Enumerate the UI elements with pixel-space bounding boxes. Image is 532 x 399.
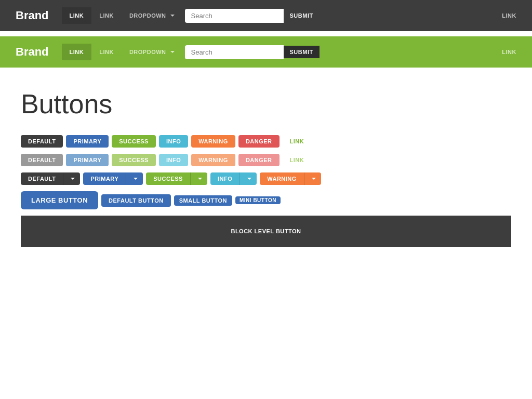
navbar-link-1-active[interactable]: LINK [62, 7, 92, 24]
navbar-search-form-2: SUBMIT [185, 45, 320, 59]
navbar-link-2-active[interactable]: LINK [62, 44, 92, 60]
btn-link-faded[interactable]: LINK [283, 154, 312, 166]
navbar-dark: Brand LINK LINK DROPDOWN SUBMIT LINK [0, 0, 532, 31]
search-input-2[interactable] [185, 45, 284, 59]
btn-group-warning: WARNING [260, 172, 321, 185]
navbar-brand-1[interactable]: Brand [8, 4, 57, 28]
btn-split-default[interactable]: DEFAULT [21, 172, 63, 185]
split-caret-icon-warning [312, 178, 316, 180]
btn-default-size[interactable]: DEFAULT BUTTON [101, 194, 171, 207]
navbar-search-form-1: SUBMIT [185, 9, 320, 23]
button-row-faded: DEFAULT PRIMARY SUCCESS INFO WARNING DAN… [21, 154, 511, 166]
btn-danger-faded[interactable]: DANGER [238, 154, 280, 166]
navbar-right-link-2[interactable]: LINK [494, 44, 524, 60]
navbar-green: Brand LINK LINK DROPDOWN SUBMIT LINK [0, 36, 532, 68]
navbar-right-2: LINK [494, 44, 524, 60]
navbar-link-1-2[interactable]: LINK [91, 7, 122, 24]
btn-success-normal[interactable]: SUCCESS [112, 135, 156, 148]
btn-warning-faded[interactable]: WARNING [191, 154, 235, 166]
btn-split-primary[interactable]: PRIMARY [83, 172, 126, 185]
btn-primary-faded[interactable]: PRIMARY [66, 154, 109, 166]
split-caret-icon-primary [134, 178, 138, 180]
navbar-dropdown-2[interactable]: DROPDOWN [122, 44, 182, 60]
button-row-normal: DEFAULT PRIMARY SUCCESS INFO WARNING DAN… [21, 135, 511, 148]
btn-split-primary-caret[interactable] [126, 172, 143, 185]
btn-default-faded[interactable]: DEFAULT [21, 154, 63, 166]
btn-split-warning-caret[interactable] [304, 172, 321, 185]
btn-split-info-caret[interactable] [240, 172, 257, 185]
split-caret-icon-success [198, 178, 202, 180]
submit-button-1[interactable]: SUBMIT [284, 9, 320, 22]
navbar-right-link-1[interactable]: LINK [494, 7, 524, 24]
btn-default-normal[interactable]: DEFAULT [21, 135, 63, 148]
btn-group-info: INFO [210, 172, 257, 185]
btn-block-level[interactable]: BLOCK LEVEL BUTTON [29, 223, 503, 240]
dropdown-caret-icon [170, 15, 175, 17]
btn-block-wrapper: BLOCK LEVEL BUTTON [21, 216, 511, 247]
search-input-1[interactable] [185, 9, 284, 23]
btn-success-faded[interactable]: SUCCESS [112, 154, 156, 166]
split-caret-icon-default [71, 178, 75, 180]
buttons-section-title: Buttons [21, 88, 511, 119]
navbar-brand-2[interactable]: Brand [8, 40, 57, 64]
btn-info-faded[interactable]: INFO [159, 154, 188, 166]
btn-info-normal[interactable]: INFO [159, 135, 188, 148]
btn-split-info[interactable]: INFO [210, 172, 240, 185]
btn-split-default-caret[interactable] [63, 172, 80, 185]
btn-warning-normal[interactable]: WARNING [191, 135, 235, 148]
page-content: Buttons DEFAULT PRIMARY SUCCESS INFO WAR… [0, 68, 532, 268]
btn-primary-normal[interactable]: PRIMARY [66, 135, 109, 148]
btn-small[interactable]: SMALL BUTTON [174, 195, 232, 206]
btn-group-success: SUCCESS [146, 172, 207, 185]
btn-group-primary: PRIMARY [83, 172, 143, 185]
navbar-right-1: LINK [494, 7, 524, 24]
navbar-link-2-2[interactable]: LINK [91, 44, 122, 60]
button-row-sizes: LARGE BUTTON DEFAULT BUTTON SMALL BUTTON… [21, 191, 511, 209]
btn-link-normal[interactable]: LINK [283, 135, 312, 148]
btn-split-warning[interactable]: WARNING [260, 172, 304, 185]
button-row-split: DEFAULT PRIMARY SUCCESS INFO WARNING [21, 172, 511, 185]
split-caret-icon-info [247, 178, 251, 180]
navbar-dropdown-1[interactable]: DROPDOWN [122, 7, 182, 24]
btn-large[interactable]: LARGE BUTTON [21, 191, 98, 209]
btn-mini[interactable]: MINI BUTTON [235, 196, 281, 204]
btn-split-success[interactable]: SUCCESS [146, 172, 190, 185]
dropdown-caret-icon-2 [170, 51, 175, 53]
btn-split-success-caret[interactable] [190, 172, 207, 185]
btn-group-default: DEFAULT [21, 172, 80, 185]
submit-button-2[interactable]: SUBMIT [284, 46, 320, 58]
btn-danger-normal[interactable]: DANGER [238, 135, 280, 148]
